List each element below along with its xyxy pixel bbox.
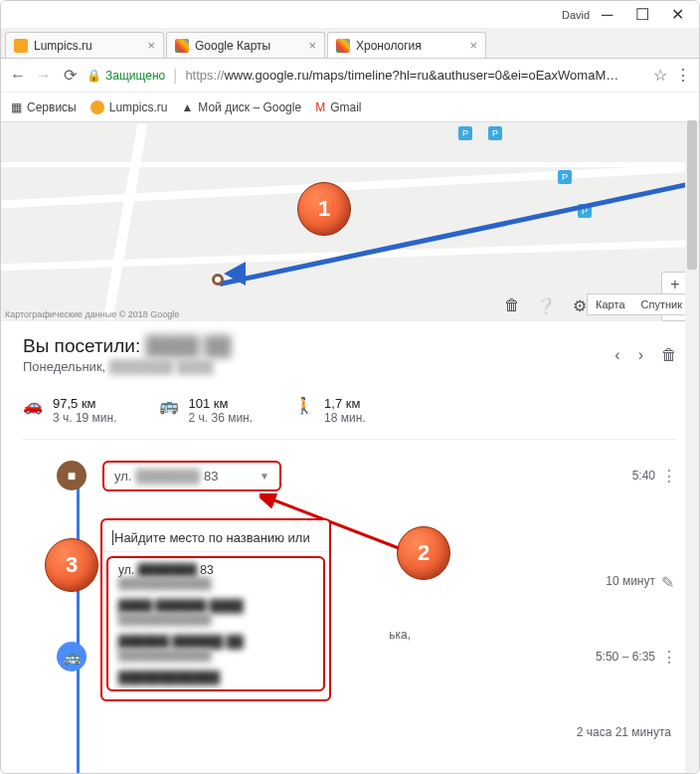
route-line xyxy=(219,178,699,287)
segment-duration: 10 минут xyxy=(606,574,655,588)
place-suggestions-dropdown: Найдите место по названию или ул. ██████… xyxy=(100,518,331,701)
browser-tabstrip: Lumpics.ru × Google Карты × Хронология × xyxy=(1,29,699,59)
timeline-segment-row: 2 часа 21 минута xyxy=(57,714,677,750)
browser-toolbar: ← → ⟳ 🔒 Защищено | https://www.google.ru… xyxy=(1,59,699,93)
secure-label: Защищено xyxy=(105,69,165,83)
scrollbar-thumb[interactable] xyxy=(687,120,697,270)
tab-label: Lumpics.ru xyxy=(34,39,92,53)
tab-label: Google Карты xyxy=(195,39,270,53)
bookmark-drive[interactable]: ▲Мой диск – Google xyxy=(181,100,301,114)
place-dropdown[interactable]: ул. ███████ 83 ▼ xyxy=(102,461,281,491)
route-endpoint[interactable] xyxy=(212,274,224,286)
walk-icon: 🚶 xyxy=(294,396,314,416)
bookmark-star-icon[interactable]: ☆ xyxy=(653,66,667,85)
stat-walk: 🚶 1,7 км18 мин. xyxy=(294,396,366,425)
place-search-input[interactable]: Найдите место по названию или xyxy=(102,524,329,552)
poi-marker[interactable]: P xyxy=(458,126,472,140)
travel-stats: 🚗 97,5 км3 ч. 19 мин. 🚌 101 км2 ч. 36 ми… xyxy=(23,396,677,440)
panel-header: Вы посетили: ████ ██ Понедельник, ██████… xyxy=(23,335,677,374)
row-time: 5:40 xyxy=(632,469,655,483)
map-canvas[interactable]: P P P P + − 🗑 ❔ ⚙ Карта Спутник Картогра… xyxy=(1,122,699,321)
favicon-icon xyxy=(336,39,350,53)
row-menu-button[interactable]: ⋮ xyxy=(661,648,677,667)
map-type-satellite[interactable]: Спутник xyxy=(633,294,690,314)
prev-day-button[interactable]: ‹ xyxy=(614,346,619,364)
suggestion-item[interactable]: ████ ██████ ████ ████████████ xyxy=(108,594,323,630)
annotation-marker-2: 2 xyxy=(397,526,450,580)
page-title: Вы посетили: ████ ██ xyxy=(23,335,232,357)
secure-badge[interactable]: 🔒 Защищено xyxy=(87,69,165,83)
map-toolbar: 🗑 ❔ ⚙ xyxy=(502,295,590,315)
car-icon: 🚗 xyxy=(23,396,43,416)
bookmark-gmail[interactable]: MGmail xyxy=(315,100,361,114)
browser-menu-icon[interactable]: ⋮ xyxy=(675,66,691,85)
suggestion-item[interactable]: ████████████ xyxy=(108,666,323,689)
apps-button[interactable]: ▦Сервисы xyxy=(11,100,77,114)
bus-icon: 🚌 xyxy=(159,396,179,416)
stat-car: 🚗 97,5 км3 ч. 19 мин. xyxy=(23,396,117,425)
row-menu-button[interactable]: ⋮ xyxy=(661,467,677,485)
chevron-down-icon: ▼ xyxy=(260,471,269,482)
profile-name: David xyxy=(562,9,590,21)
stat-bus: 🚌 101 км2 ч. 36 мин. xyxy=(159,396,254,425)
segment-duration: 2 часа 21 минута xyxy=(577,725,671,739)
tab-google-maps[interactable]: Google Карты × xyxy=(166,32,325,58)
obscured-text: ька, xyxy=(389,628,411,642)
next-day-button[interactable]: › xyxy=(638,346,643,364)
map-attribution: Картографические данные © 2018 Google xyxy=(5,309,179,319)
map-type-switch: Карта Спутник xyxy=(587,293,691,315)
close-icon[interactable]: × xyxy=(469,38,477,53)
poi-marker[interactable]: P xyxy=(558,170,572,184)
bookmarks-bar: ▦Сервисы Lumpics.ru ▲Мой диск – Google M… xyxy=(1,93,699,122)
favicon-icon xyxy=(14,39,28,53)
suggestion-item[interactable]: ██████ ██████ ██ ████████████ xyxy=(108,630,323,666)
tab-label: Хронология xyxy=(356,39,422,53)
window-maximize-button[interactable]: ☐ xyxy=(624,3,659,27)
address-bar[interactable]: https://www.google.ru/maps/timeline?hl=r… xyxy=(185,68,645,83)
magic-wand-icon[interactable]: ✎ xyxy=(661,573,677,589)
apps-icon: ▦ xyxy=(11,100,22,114)
back-button[interactable]: ← xyxy=(9,67,27,85)
annotation-marker-3: 3 xyxy=(45,538,98,592)
annotation-marker-1: 1 xyxy=(297,182,351,236)
lock-icon: 🔒 xyxy=(87,69,101,83)
window-close-button[interactable]: ✕ xyxy=(660,3,695,27)
bookmark-lumpics[interactable]: Lumpics.ru xyxy=(90,100,168,114)
close-icon[interactable]: × xyxy=(308,38,316,53)
window-minimize-button[interactable]: ─ xyxy=(590,3,624,27)
page-scrollbar[interactable] xyxy=(685,120,699,773)
window-titlebar: David ─ ☐ ✕ xyxy=(1,1,699,29)
page-subtitle: Понедельник, ███████ ████ xyxy=(23,359,232,374)
map-type-map[interactable]: Карта xyxy=(588,294,632,314)
delete-day-button[interactable]: 🗑 xyxy=(661,346,677,364)
reload-button[interactable]: ⟳ xyxy=(61,67,79,85)
stop-icon: ■ xyxy=(57,461,87,490)
favicon-icon xyxy=(175,39,189,53)
favicon-icon xyxy=(90,100,104,114)
drive-icon: ▲ xyxy=(181,100,193,114)
timeline-stop-row: ■ ул. ███████ 83 ▼ 5:40 ⋮ xyxy=(57,458,677,493)
tab-lumpics[interactable]: Lumpics.ru × xyxy=(5,32,164,58)
tab-timeline[interactable]: Хронология × xyxy=(327,32,486,58)
close-icon[interactable]: × xyxy=(147,38,155,53)
row-time: 5:50 – 6:35 xyxy=(596,650,655,664)
delete-icon[interactable]: 🗑 xyxy=(502,295,522,315)
help-icon[interactable]: ❔ xyxy=(536,295,556,315)
poi-marker[interactable]: P xyxy=(488,126,502,140)
suggestion-item[interactable]: ул. ███████ 83 ████████████ xyxy=(108,558,323,594)
bus-icon: 🚌 xyxy=(57,642,87,672)
gmail-icon: M xyxy=(315,100,325,114)
forward-button[interactable]: → xyxy=(35,67,53,85)
